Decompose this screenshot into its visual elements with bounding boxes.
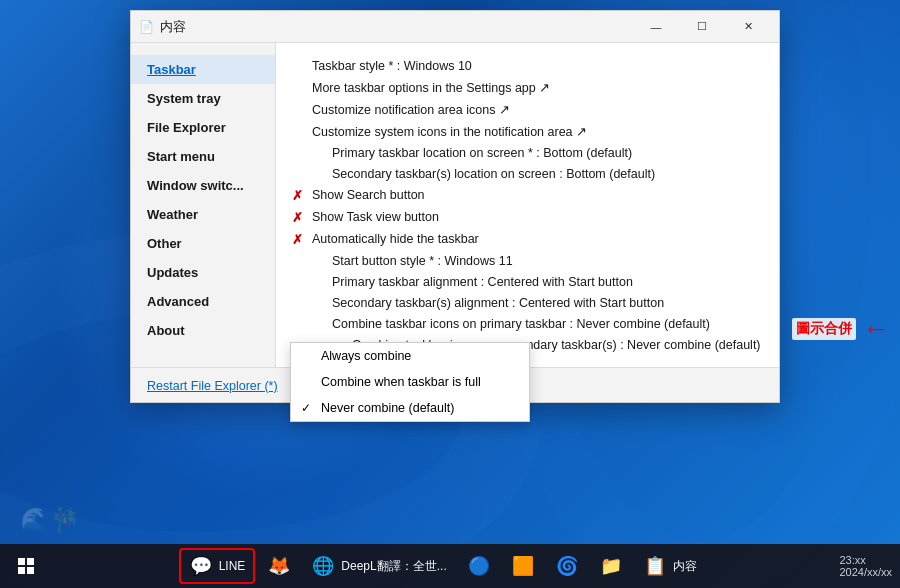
combine-icons-dropdown: Always combineCombine when taskbar is fu…	[290, 342, 530, 422]
content-text: Start button style * : Windows 11	[332, 254, 513, 268]
content-line-1: More taskbar options in the Settings app…	[292, 76, 763, 98]
content-line-4: Primary taskbar location on screen * : B…	[292, 142, 763, 163]
content-text: Combine taskbar icons on primary taskbar…	[332, 317, 710, 331]
nav-item-system-tray[interactable]: System tray	[131, 84, 275, 113]
dialog-icon: 📄	[139, 20, 154, 34]
svg-rect-5	[27, 567, 34, 574]
taskbar-item-office[interactable]: 🟧	[503, 548, 543, 584]
svg-rect-4	[18, 567, 25, 574]
nav-item-about[interactable]: About	[131, 316, 275, 345]
annotation-group: 圖示合併 ←	[792, 315, 890, 343]
content-text: Primary taskbar location on screen * : B…	[332, 146, 632, 160]
content-text: More taskbar options in the Settings app…	[312, 80, 550, 95]
taskbar-item-folder[interactable]: 📁	[591, 548, 631, 584]
content-text: Customize system icons in the notificati…	[312, 124, 587, 139]
content-line-3: Customize system icons in the notificati…	[292, 120, 763, 142]
taskbar: 💬LINE🦊🌐DeepL翻譯：全世...🔵🟧🌀📁📋内容 23:xx2024/xx…	[0, 544, 900, 588]
desktop-watermark: 🌊🎋	[20, 506, 80, 534]
taskbar-right: 23:xx2024/xx/xx	[839, 554, 892, 578]
content-text: Secondary taskbar(s) location on screen …	[332, 167, 655, 181]
deepl-label: DeepL翻譯：全世...	[341, 558, 446, 575]
annotation-arrow: ←	[862, 315, 890, 343]
navicat-label: 内容	[673, 558, 697, 575]
content-text: Primary taskbar alignment : Centered wit…	[332, 275, 633, 289]
nav-item-weather[interactable]: Weather	[131, 200, 275, 229]
edge-icon: 🌀	[555, 554, 579, 578]
maximize-button[interactable]: ☐	[679, 12, 725, 42]
taskbar-item-firefox[interactable]: 🦊	[259, 548, 299, 584]
content-line-8: ✗Automatically hide the taskbar	[292, 228, 763, 250]
taskbar-item-deepl[interactable]: 🌐DeepL翻譯：全世...	[303, 548, 454, 584]
nav-item-other[interactable]: Other	[131, 229, 275, 258]
taskbar-center: 💬LINE🦊🌐DeepL翻譯：全世...🔵🟧🌀📁📋内容	[48, 548, 835, 584]
left-navigation: TaskbarSystem trayFile ExplorerStart men…	[131, 43, 276, 367]
content-text: Secondary taskbar(s) alignment : Centere…	[332, 296, 664, 310]
x-mark-icon: ✗	[292, 188, 306, 203]
content-line-6: ✗Show Search button	[292, 184, 763, 206]
content-text: Show Search button	[312, 188, 425, 202]
dialog-titlebar: 📄 内容 — ☐ ✕	[131, 11, 779, 43]
content-line-7: ✗Show Task view button	[292, 206, 763, 228]
content-text: Taskbar style * : Windows 10	[312, 59, 472, 73]
content-line-11: Secondary taskbar(s) alignment : Centere…	[292, 292, 763, 313]
nav-item-taskbar[interactable]: Taskbar	[131, 55, 275, 84]
taskbar-item-chrome[interactable]: 🔵	[459, 548, 499, 584]
dropdown-item-never[interactable]: ✓Never combine (default)	[291, 395, 529, 421]
close-button[interactable]: ✕	[725, 12, 771, 42]
taskbar-item-edge[interactable]: 🌀	[547, 548, 587, 584]
svg-rect-2	[18, 558, 25, 565]
taskbar-clock: 23:xx2024/xx/xx	[839, 554, 892, 578]
navicat-icon: 📋	[643, 554, 667, 578]
folder-icon: 📁	[599, 554, 623, 578]
checkmark-icon: ✓	[301, 401, 311, 415]
x-mark-icon: ✗	[292, 210, 306, 225]
svg-rect-3	[27, 558, 34, 565]
taskbar-item-line-app[interactable]: 💬LINE	[179, 548, 256, 584]
nav-item-updates[interactable]: Updates	[131, 258, 275, 287]
content-line-9: Start button style * : Windows 11	[292, 250, 763, 271]
line-app-icon: 💬	[189, 554, 213, 578]
deepl-icon: 🌐	[311, 554, 335, 578]
chrome-icon: 🔵	[467, 554, 491, 578]
content-text: Show Task view button	[312, 210, 439, 224]
dropdown-item-when-full[interactable]: Combine when taskbar is full	[291, 369, 529, 395]
annotation-text: 圖示合併	[792, 318, 856, 340]
taskbar-item-navicat[interactable]: 📋内容	[635, 548, 705, 584]
content-line-12: Combine taskbar icons on primary taskbar…	[292, 313, 763, 334]
nav-item-start-menu[interactable]: Start menu	[131, 142, 275, 171]
firefox-icon: 🦊	[267, 554, 291, 578]
restart-file-explorer-link[interactable]: Restart File Explorer (*)	[147, 379, 278, 393]
content-text: Customize notification area icons ↗	[312, 102, 510, 117]
nav-item-file-explorer[interactable]: File Explorer	[131, 113, 275, 142]
office-icon: 🟧	[511, 554, 535, 578]
dialog-title: 内容	[160, 18, 633, 36]
x-mark-icon: ✗	[292, 232, 306, 247]
content-text: Automatically hide the taskbar	[312, 232, 479, 246]
content-line-0: Taskbar style * : Windows 10	[292, 55, 763, 76]
dropdown-item-label: Never combine (default)	[321, 401, 454, 415]
dialog-body: TaskbarSystem trayFile ExplorerStart men…	[131, 43, 779, 367]
content-line-2: Customize notification area icons ↗	[292, 98, 763, 120]
dropdown-item-label: Always combine	[321, 349, 411, 363]
right-content-panel: Taskbar style * : Windows 10More taskbar…	[276, 43, 779, 367]
nav-item-window-switch[interactable]: Window switc...	[131, 171, 275, 200]
start-button[interactable]	[8, 548, 44, 584]
nav-item-advanced[interactable]: Advanced	[131, 287, 275, 316]
dropdown-item-label: Combine when taskbar is full	[321, 375, 481, 389]
line-app-label: LINE	[219, 559, 246, 573]
dropdown-item-always[interactable]: Always combine	[291, 343, 529, 369]
windows-logo-icon	[17, 557, 35, 575]
content-line-10: Primary taskbar alignment : Centered wit…	[292, 271, 763, 292]
window-controls: — ☐ ✕	[633, 12, 771, 42]
minimize-button[interactable]: —	[633, 12, 679, 42]
content-line-5: Secondary taskbar(s) location on screen …	[292, 163, 763, 184]
